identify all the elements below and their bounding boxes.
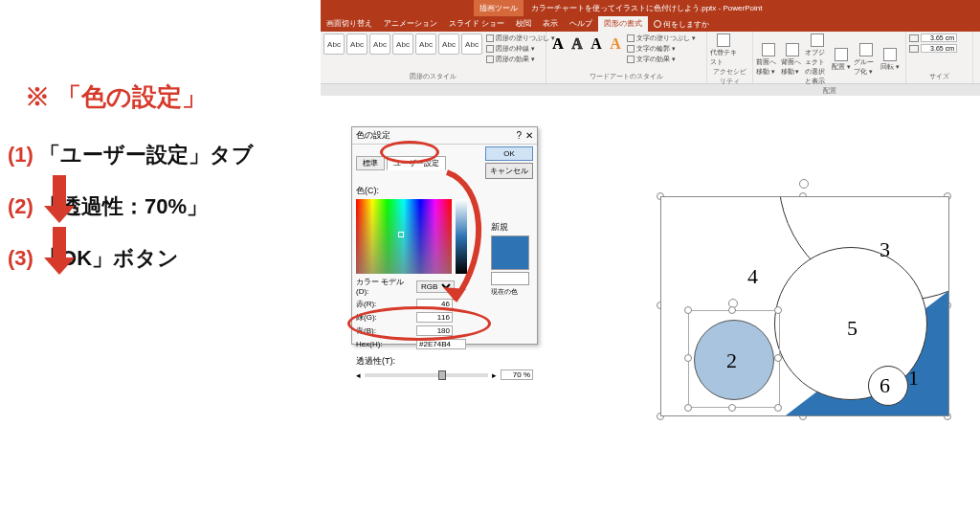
g-label: 緑(G): (356, 312, 413, 323)
green-input[interactable] (416, 312, 453, 323)
group-label: 配置 (756, 86, 902, 96)
luminance-slider[interactable] (456, 199, 467, 274)
tab-transitions[interactable]: 画面切り替え (321, 16, 378, 32)
shape-fill-button[interactable]: 図形の塗りつぶし ▾ (486, 34, 555, 43)
blue-input[interactable] (416, 325, 453, 336)
align-icon (835, 48, 848, 61)
slider-knob[interactable] (438, 370, 446, 380)
height-icon (909, 34, 919, 42)
align-button[interactable]: 配置 ▾ (830, 34, 855, 86)
colors-label: 色(C): (356, 185, 485, 197)
resize-handle[interactable] (728, 306, 736, 314)
selection-pane-icon (811, 34, 824, 47)
resize-handle[interactable] (774, 354, 782, 362)
b-label: 青(B): (356, 325, 413, 336)
help-icon[interactable]: ? (516, 130, 522, 141)
instructions-title: ※ 「色の設定」 (25, 80, 304, 114)
style-swatch[interactable]: Abc (346, 34, 368, 55)
resize-handle[interactable] (684, 404, 692, 412)
shape-width-input[interactable] (921, 44, 957, 53)
shape-style-gallery[interactable]: Abc Abc Abc Abc Abc Abc Abc (323, 34, 482, 55)
text-effects-button[interactable]: 文字の効果 ▾ (627, 55, 696, 64)
step-prefix: (3) (8, 246, 33, 270)
transparency-input[interactable] (501, 369, 533, 380)
close-icon[interactable]: ✕ (525, 130, 533, 141)
tab-view[interactable]: 表示 (537, 16, 564, 32)
lightbulb-icon (654, 20, 661, 28)
text-fill-button[interactable]: 文字の塗りつぶし ▾ (627, 34, 696, 43)
group-label: ワードアートのスタイル (549, 72, 703, 81)
wordart-style[interactable]: A (588, 34, 605, 55)
tab-shape-format[interactable]: 図形の書式 (598, 16, 648, 32)
label: 回転 ▾ (880, 62, 900, 72)
style-swatch[interactable]: Abc (323, 34, 345, 55)
wordart-style[interactable]: A (549, 34, 567, 55)
resize-handle[interactable] (684, 354, 692, 362)
dialog-titlebar[interactable]: 色の設定 ? ✕ (352, 127, 537, 145)
slider-left-arrow-icon[interactable]: ◂ (356, 370, 361, 380)
hex-label: Hex(H): (356, 340, 413, 348)
slider-right-arrow-icon[interactable]: ▸ (492, 370, 497, 380)
tell-me-search[interactable]: 何をしますか (648, 16, 715, 32)
style-swatch[interactable]: Abc (461, 34, 482, 55)
current-label: 現在の色 (491, 287, 533, 297)
group-button[interactable]: グループ化 ▾ (854, 34, 879, 86)
transparency-row: 透過性(T): ◂ ▸ (352, 353, 537, 384)
color-crosshair-icon[interactable] (398, 232, 404, 237)
inner-selection[interactable] (688, 310, 780, 408)
tab-custom[interactable]: ユーザー設定 (387, 156, 446, 170)
color-dialog[interactable]: 色の設定 ? ✕ 標準 ユーザー設定 OK キャンセル 色(C): カラー モデ… (351, 126, 538, 345)
rotate-button[interactable]: 回転 ▾ (879, 34, 903, 86)
selection-pane-button[interactable]: オブジェクトの選択と表示 (805, 34, 830, 86)
send-backward-button[interactable]: 背面へ移動 ▾ (781, 34, 806, 86)
resize-handle[interactable] (728, 404, 736, 412)
color-field[interactable] (356, 199, 452, 274)
resize-handle[interactable] (774, 306, 782, 314)
instructions: ※ 「色の設定」 (1) 「ユーザー設定」タブ (2) 「透過性：70%」 (3… (8, 80, 304, 277)
tab-slideshow[interactable]: スライド ショー (443, 16, 510, 32)
bring-forward-button[interactable]: 前面へ移動 ▾ (756, 34, 781, 86)
alt-text-label: 代替テキスト (710, 48, 737, 67)
width-row[interactable] (909, 44, 969, 53)
shape-effects-button[interactable]: 図形の効果 ▾ (486, 55, 555, 64)
group-icon (859, 43, 873, 56)
wordart-gallery[interactable]: A A A A (549, 34, 624, 55)
style-swatch[interactable]: Abc (392, 34, 413, 55)
shape-canvas: 1 2 3 4 5 6 (651, 187, 959, 426)
tab-animations[interactable]: アニメーション (378, 16, 443, 32)
color-model-select[interactable]: RGB (416, 280, 455, 293)
height-row[interactable] (909, 34, 969, 42)
step-prefix: (1) (8, 143, 33, 167)
transparency-label: 透過性(T): (356, 355, 533, 368)
style-swatch[interactable]: Abc (369, 34, 390, 55)
text-outline-button[interactable]: 文字の輪郭 ▾ (627, 44, 696, 54)
outer-rectangle[interactable]: 1 2 3 4 5 6 (660, 196, 949, 416)
resize-handle[interactable] (684, 306, 692, 314)
ribbon-body: Abc Abc Abc Abc Abc Abc Abc 図形の塗りつぶし ▾ 図… (321, 32, 980, 84)
rotate-handle-icon[interactable] (799, 179, 809, 189)
cancel-button[interactable]: キャンセル (485, 163, 533, 179)
group-shape-styles: Abc Abc Abc Abc Abc Abc Abc 図形の塗りつぶし ▾ 図… (321, 32, 546, 83)
ok-button[interactable]: OK (485, 146, 533, 161)
resize-handle[interactable] (774, 404, 782, 412)
hex-input[interactable] (416, 339, 466, 349)
alt-text-icon (717, 34, 730, 47)
style-swatch[interactable]: Abc (438, 34, 459, 55)
shape-outline-button[interactable]: 図形の枠線 ▾ (486, 44, 555, 54)
style-swatch[interactable]: Abc (415, 34, 436, 55)
group-accessibility: 代替テキスト アクセシビリティ (707, 32, 753, 83)
tab-standard[interactable]: 標準 (356, 156, 385, 170)
group-label: アクセシビリティ (710, 67, 749, 86)
red-input[interactable] (416, 299, 453, 309)
tab-review[interactable]: 校閲 (510, 16, 537, 32)
window-controls: ? ✕ (516, 130, 533, 141)
wordart-style[interactable]: A (568, 34, 586, 55)
label-3: 3 (880, 237, 890, 262)
wordart-style[interactable]: A (607, 34, 624, 55)
tab-help[interactable]: ヘルプ (564, 16, 598, 32)
r-label: 赤(R): (356, 299, 413, 309)
shape-height-input[interactable] (921, 34, 957, 42)
alt-text-button[interactable]: 代替テキスト (710, 34, 737, 67)
transparency-slider[interactable] (365, 373, 488, 377)
label: 背面へ移動 ▾ (781, 57, 806, 77)
